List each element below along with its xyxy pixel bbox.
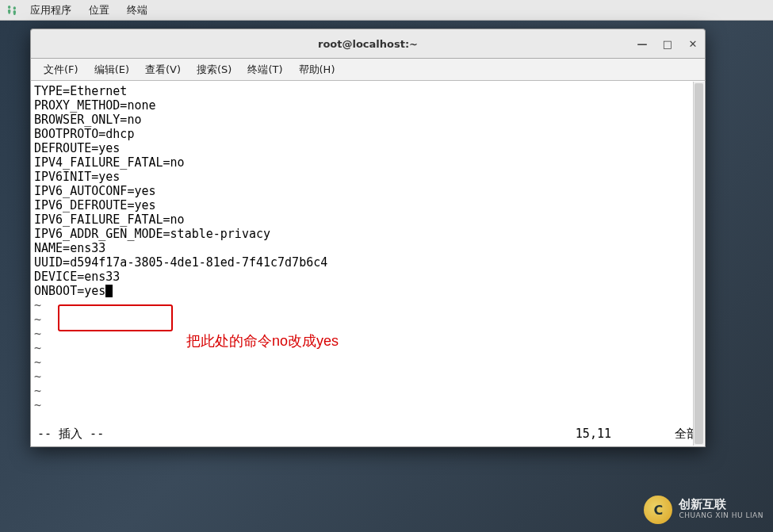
desktop-top-panel: 应用程序 位置 终端 (0, 0, 773, 21)
vim-mode: -- 插入 -- (37, 427, 104, 442)
panel-item-places[interactable]: 位置 (81, 2, 117, 19)
menu-help[interactable]: 帮助(H) (291, 61, 343, 78)
watermark-en: CHUANG XIN HU LIAN (679, 510, 763, 521)
menu-view[interactable]: 查看(V) (137, 61, 189, 78)
scrollbar[interactable] (693, 82, 704, 446)
menu-search[interactable]: 搜索(S) (189, 61, 239, 78)
panel-item-applications[interactable]: 应用程序 (22, 2, 79, 19)
menu-file[interactable]: 文件(F) (36, 61, 86, 78)
terminal-viewport[interactable]: TYPE=Ethernet PROXY_METHOD=none BROWSER_… (30, 81, 706, 447)
window-title: root@localhost:~ (318, 38, 418, 50)
maximize-button[interactable]: □ (662, 38, 673, 49)
terminal-window: root@localhost:~ — □ ✕ 文件(F) 编辑(E) 查看(V)… (30, 29, 706, 447)
close-button[interactable]: ✕ (687, 38, 698, 49)
watermark-logo-icon: C (644, 496, 672, 524)
panel-item-terminal[interactable]: 终端 (119, 2, 155, 19)
vim-status-line: -- 插入 -- 15,11 全部 (34, 427, 702, 443)
window-menubar: 文件(F) 编辑(E) 查看(V) 搜索(S) 终端(T) 帮助(H) (30, 59, 706, 81)
scrollbar-thumb[interactable] (695, 83, 703, 444)
terminal-text[interactable]: TYPE=Ethernet PROXY_METHOD=none BROWSER_… (34, 84, 702, 427)
menu-edit[interactable]: 编辑(E) (86, 61, 137, 78)
watermark: C 创新互联 CHUANG XIN HU LIAN (644, 496, 763, 524)
watermark-cn: 创新互联 (679, 499, 763, 510)
annotation-text: 把此处的命令no改成yes (186, 331, 339, 350)
menu-terminal[interactable]: 终端(T) (239, 61, 290, 78)
footprint-icon (5, 3, 19, 17)
vim-cursor-position: 15,11 (576, 427, 611, 442)
minimize-button[interactable]: — (637, 38, 648, 49)
window-titlebar[interactable]: root@localhost:~ — □ ✕ (30, 29, 706, 59)
